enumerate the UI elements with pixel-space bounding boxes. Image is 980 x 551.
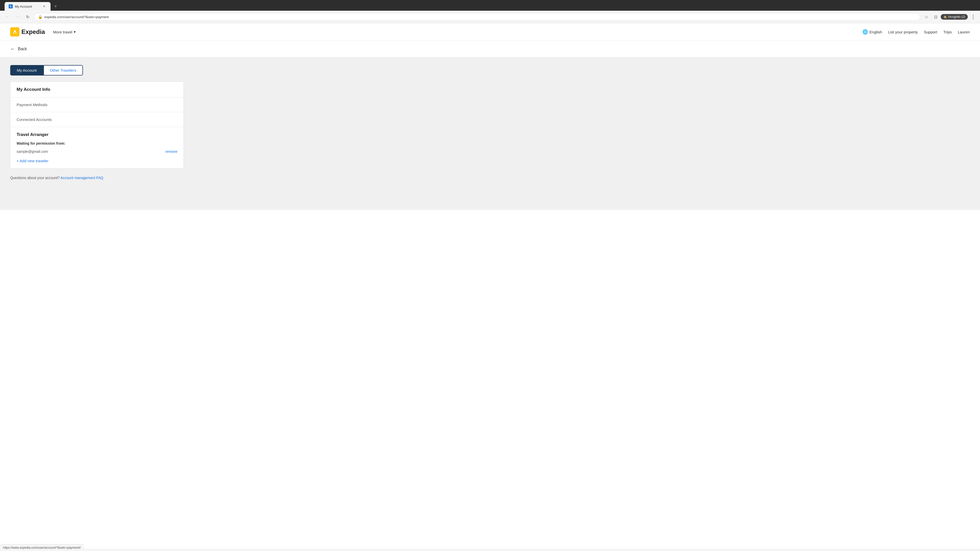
account-card: My Account Info Payment Methods Connecte… xyxy=(10,82,184,168)
english-label: English xyxy=(870,30,882,34)
tab-favicon: E xyxy=(9,4,13,8)
back-label: Back xyxy=(18,47,27,51)
logo-text: Expedia xyxy=(21,28,45,35)
permission-row: sample@gmail.com remove xyxy=(17,148,177,155)
connected-accounts-label: Connected Accounts xyxy=(17,118,177,122)
list-property-label: List your property xyxy=(888,30,918,34)
payment-methods-section[interactable]: Payment Methods xyxy=(11,97,183,112)
tab-title: My Account xyxy=(15,5,32,8)
logo-link[interactable]: Expedia xyxy=(10,27,45,37)
sidebar-button[interactable]: ⊡ xyxy=(932,13,940,21)
bookmark-button[interactable]: ☆ xyxy=(922,13,931,21)
account-tabs: My Account Other Travelers xyxy=(10,65,970,76)
trips-label: Trips xyxy=(943,30,952,34)
menu-button[interactable]: ⋮ xyxy=(969,13,977,21)
support-link[interactable]: Support xyxy=(924,30,937,34)
new-tab-button[interactable]: + xyxy=(52,3,59,10)
travel-arranger-title: Travel Arranger xyxy=(17,132,177,137)
browser-chrome: E My Account ✕ + xyxy=(0,0,980,11)
back-button[interactable]: ← xyxy=(3,13,11,21)
travel-arranger-section: Travel Arranger Waiting for permission f… xyxy=(11,127,183,168)
status-url: https://www.expedia.com/user/account/?&s… xyxy=(3,546,81,549)
incognito-label: Incognito (2) xyxy=(948,15,965,19)
tab-bar: E My Account ✕ + xyxy=(3,2,977,11)
status-bar: https://www.expedia.com/user/account/?&s… xyxy=(0,544,84,549)
remove-permission-link[interactable]: remove xyxy=(165,149,177,154)
header-right: 🌐 English List your property Support Tri… xyxy=(862,29,970,35)
page-wrapper: Expedia More travel ▾ 🌐 English List you… xyxy=(0,23,980,549)
chevron-down-icon: ▾ xyxy=(74,30,76,34)
list-property-link[interactable]: List your property xyxy=(888,30,918,34)
tab-my-account[interactable]: My Account xyxy=(10,65,43,76)
lock-icon: 🔒 xyxy=(38,15,42,19)
add-traveler-link[interactable]: + Add new traveler xyxy=(17,159,48,163)
support-label: Support xyxy=(924,30,937,34)
header-left: Expedia More travel ▾ xyxy=(10,27,76,37)
back-nav[interactable]: ← Back xyxy=(0,41,980,57)
globe-icon: 🌐 xyxy=(862,29,868,35)
permission-email: sample@gmail.com xyxy=(17,149,48,154)
more-travel-label: More travel xyxy=(53,30,72,34)
incognito-icon: 🕵 xyxy=(943,15,947,19)
url-text: expedia.com/user/account/?&selc=payment xyxy=(45,15,916,19)
address-bar[interactable]: 🔒 expedia.com/user/account/?&selc=paymen… xyxy=(34,13,920,21)
browser-actions: ☆ ⊡ 🕵 Incognito (2) ⋮ xyxy=(922,13,977,21)
faq-prefix-text: Questions about your account? xyxy=(10,176,60,180)
my-account-info-title: My Account Info xyxy=(17,87,177,92)
main-content: My Account Other Travelers My Account In… xyxy=(0,57,980,210)
logo-icon xyxy=(10,27,19,37)
my-account-info-section: My Account Info xyxy=(11,82,183,97)
back-arrow-icon: ← xyxy=(10,46,15,52)
active-tab[interactable]: E My Account ✕ xyxy=(5,2,51,11)
english-language-button[interactable]: 🌐 English xyxy=(862,29,882,35)
site-header: Expedia More travel ▾ 🌐 English List you… xyxy=(0,23,980,41)
tab-other-travelers[interactable]: Other Travelers xyxy=(43,65,83,76)
tab-close-button[interactable]: ✕ xyxy=(42,4,46,9)
more-travel-button[interactable]: More travel ▾ xyxy=(53,30,76,34)
svg-rect-1 xyxy=(14,32,16,34)
connected-accounts-section[interactable]: Connected Accounts xyxy=(11,112,183,127)
browser-controls: ← → ↻ 🔒 expedia.com/user/account/?&selc=… xyxy=(0,11,980,23)
trips-link[interactable]: Trips xyxy=(943,30,952,34)
incognito-badge: 🕵 Incognito (2) xyxy=(941,14,968,20)
waiting-permission-label: Waiting for permission from: xyxy=(17,141,177,145)
user-name-label: Lauren xyxy=(958,30,970,34)
refresh-button[interactable]: ↻ xyxy=(24,13,32,21)
user-account-link[interactable]: Lauren xyxy=(958,30,970,34)
faq-link[interactable]: Account management FAQ xyxy=(60,176,103,180)
faq-section: Questions about your account? Account ma… xyxy=(10,176,184,180)
forward-button[interactable]: → xyxy=(13,13,21,21)
payment-methods-label: Payment Methods xyxy=(17,103,177,107)
